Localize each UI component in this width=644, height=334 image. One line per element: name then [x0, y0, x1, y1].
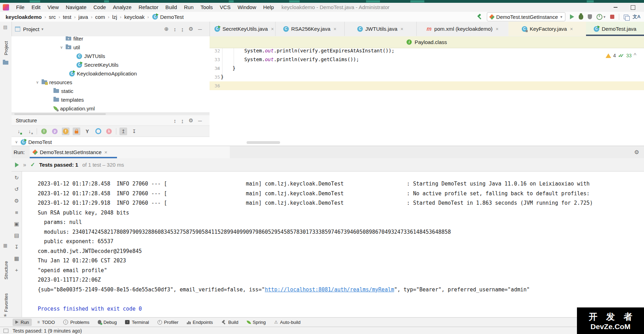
expand-all-icon[interactable]: ↕: [174, 118, 176, 124]
tab-keyfactory[interactable]: C KeyFactory.java ×: [508, 22, 586, 36]
tab-demotest[interactable]: C DemoTest.java: [586, 22, 644, 36]
collapse-all-icon[interactable]: ↨: [181, 118, 184, 124]
editor-hscrollbar[interactable]: [247, 141, 280, 144]
toolbtn-autobuild[interactable]: ⚠Auto-build: [271, 319, 303, 326]
toolbtn-endpoints[interactable]: Endpoints: [184, 319, 216, 326]
toolbtn-debug[interactable]: Debug: [95, 319, 119, 326]
structure-root-item[interactable]: ∨ C DemoTest: [12, 138, 213, 146]
soft-wrap-icon[interactable]: ▤: [14, 232, 19, 239]
close-icon[interactable]: ×: [271, 26, 274, 32]
show-non-public-icon[interactable]: [73, 128, 80, 135]
services-grid-icon[interactable]: ▦: [14, 255, 19, 262]
menu-refactor[interactable]: Refactor: [135, 3, 162, 12]
breadcrumb-item[interactable]: DemoTest: [159, 14, 184, 20]
run-targets-icon[interactable]: [624, 15, 628, 19]
build-hammer-icon[interactable]: [477, 14, 482, 20]
sort-by-visibility-icon[interactable]: ↓: [15, 128, 23, 135]
console-output[interactable]: 2023-01-12 01:17:28.458 INFO 27060 --- […: [22, 172, 644, 318]
show-anonymous-classes-icon[interactable]: Y: [83, 128, 91, 135]
expand-chevron-icon[interactable]: »: [23, 162, 26, 168]
chevron-down-icon[interactable]: ▾: [42, 27, 44, 31]
debug-button[interactable]: [579, 14, 583, 20]
breadcrumb-item[interactable]: test: [62, 14, 72, 20]
tree-item-applicationyml[interactable]: application.yml: [12, 104, 210, 112]
breadcrumb-item[interactable]: com: [94, 14, 105, 20]
collapse-all-icon[interactable]: ↨: [181, 26, 184, 32]
show-fields-icon[interactable]: f: [62, 128, 69, 135]
expand-all-icon[interactable]: ↕: [174, 26, 176, 32]
hide-panel-icon[interactable]: ─: [198, 26, 202, 32]
toolbtn-problems[interactable]: !Problems: [60, 319, 92, 326]
show-properties-icon[interactable]: p: [51, 128, 59, 135]
run-configuration-select[interactable]: DemoTest.testGetInstance ▾: [487, 12, 565, 21]
rerun-button[interactable]: [15, 162, 19, 167]
structure-panel-title[interactable]: Structure: [16, 117, 37, 123]
tree-item-util[interactable]: ∨ util: [12, 43, 210, 52]
menu-edit[interactable]: Edit: [28, 3, 44, 12]
menu-vcs[interactable]: VCS: [216, 3, 234, 12]
toolbtn-todo[interactable]: ≡TODO: [35, 319, 58, 326]
code-editor[interactable]: i Payload.class 32 33 34 35 36 ⌂ System.…: [210, 36, 644, 146]
menu-window[interactable]: Window: [234, 3, 259, 12]
menu-file[interactable]: File: [13, 3, 28, 12]
menu-help[interactable]: Help: [260, 3, 278, 12]
coverage-button[interactable]: [588, 14, 592, 19]
toolbtn-run[interactable]: Run: [13, 319, 32, 326]
stripe-project-label[interactable]: Project: [3, 41, 9, 55]
toggle-stripes-icon[interactable]: [3, 329, 8, 333]
settings-gear-icon[interactable]: ⚙: [189, 117, 193, 124]
chevron-expanded-icon[interactable]: ∨: [60, 45, 64, 50]
minimize-button[interactable]: [608, 3, 623, 12]
toolbtn-terminal[interactable]: ›Terminal: [122, 319, 152, 326]
chevron-up-icon[interactable]: ^: [634, 52, 636, 59]
toolbtn-build[interactable]: Build: [219, 319, 241, 326]
menu-analyze[interactable]: Analyze: [109, 3, 135, 12]
tab-jwtutils[interactable]: C JWTUtils.java ×: [344, 22, 417, 36]
close-icon[interactable]: ×: [334, 26, 336, 32]
show-lambdas-icon[interactable]: λ: [105, 128, 113, 135]
toolbtn-profiler[interactable]: Profiler: [155, 319, 181, 326]
tab-rsa256key[interactable]: C RSA256Key.java ×: [275, 22, 345, 36]
project-panel-title[interactable]: Project: [23, 26, 39, 32]
settings-gear-icon[interactable]: ⚙: [189, 26, 193, 32]
inspections-widget[interactable]: 4 ✓✓ 33 ^: [606, 52, 636, 59]
tab-pomxml[interactable]: m pom.xml (keycloakdemo) ×: [416, 22, 509, 36]
fold-marker-icon[interactable]: ⌂: [217, 64, 219, 73]
profiler-button[interactable]: ▾: [597, 14, 606, 20]
tree-item-secretkeyutils[interactable]: C SecretKeyUtils: [12, 60, 210, 69]
locate-icon[interactable]: ⊕: [164, 26, 169, 32]
console-hyperlink[interactable]: http://localhost:8081/auth/realms/myReal…: [265, 286, 394, 293]
stop-icon[interactable]: ■: [15, 209, 18, 216]
autoscroll-to-source-icon[interactable]: ↥: [119, 128, 127, 135]
run-button[interactable]: [570, 14, 574, 19]
settings-gear-icon[interactable]: ⚙: [634, 146, 639, 158]
tree-item-keycloakdemoapplication[interactable]: C KeycloakdemoApplication: [12, 69, 210, 78]
group-by-interface-icon[interactable]: [94, 128, 102, 135]
thread-dump-icon[interactable]: ▣: [14, 220, 19, 227]
rerun-failed-icon[interactable]: ↺: [14, 186, 19, 193]
tree-item-static[interactable]: static: [12, 87, 210, 95]
tree-item-templates[interactable]: templates: [12, 95, 210, 104]
tree-item-filter[interactable]: filter: [12, 36, 210, 43]
chevron-expanded-icon[interactable]: ∨: [15, 140, 19, 144]
hide-panel-icon[interactable]: ─: [198, 118, 202, 124]
close-icon[interactable]: ×: [401, 26, 403, 32]
chevron-expanded-icon[interactable]: ∨: [36, 80, 39, 85]
scroll-to-end-icon[interactable]: ↧: [14, 244, 19, 250]
sort-alphabetically-icon[interactable]: ↓a: [26, 128, 34, 135]
menu-view[interactable]: View: [44, 3, 62, 12]
settings-gear-icon[interactable]: ⚙: [14, 197, 19, 204]
menu-build[interactable]: Build: [162, 3, 180, 12]
breadcrumb-item[interactable]: lzj: [111, 14, 118, 20]
breadcrumb-item[interactable]: java: [78, 14, 89, 20]
tree-item-jwtutils[interactable]: C JWTUtils: [12, 52, 210, 60]
stop-button[interactable]: [610, 15, 614, 19]
menu-code[interactable]: Code: [90, 3, 109, 12]
maximize-button[interactable]: [625, 3, 641, 12]
splitter-thumb[interactable]: [14, 113, 106, 115]
rerun-icon[interactable]: ↻: [14, 174, 19, 181]
tree-item-resources[interactable]: ∨ resources: [12, 78, 210, 87]
breadcrumb-item[interactable]: keycloakdemo: [5, 14, 42, 20]
menu-tools[interactable]: Tools: [197, 3, 216, 12]
toolbtn-spring[interactable]: Spring: [244, 319, 269, 326]
